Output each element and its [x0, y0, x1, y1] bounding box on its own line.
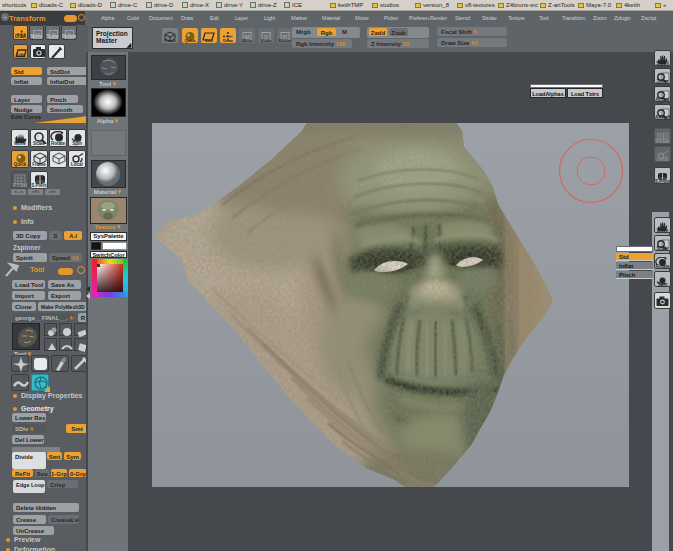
svg-text:+: +	[58, 46, 61, 52]
